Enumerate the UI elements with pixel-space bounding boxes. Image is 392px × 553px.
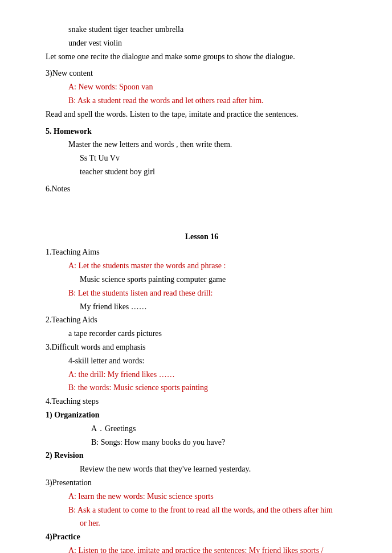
section6-label: 6.Notes: [46, 182, 358, 196]
item4-rev-text: Review the new words that they've learne…: [46, 462, 358, 476]
item4-pres-a: A: learn the new words: Music science sp…: [46, 490, 358, 503]
page-content: snake student tiger teacher umbrella und…: [46, 23, 358, 553]
item2-text: a tape recorder cards pictures: [46, 327, 358, 341]
item4-org: 1) Organization: [46, 408, 358, 422]
item1-b: B: Let the students listen and read thes…: [46, 286, 358, 300]
word-list-line2: under vest violin: [46, 36, 358, 50]
item1-b2: My friend likes ……: [46, 300, 358, 314]
section3-c: Read and spell the words. Listen to the …: [46, 108, 358, 121]
spacer: [46, 202, 358, 230]
item4: 4.Teaching steps: [46, 395, 358, 408]
item4-pres-b: B: Ask a student to come to the front to…: [46, 503, 358, 517]
item4-prac-a: A: Listen to the tape, imitate and pract…: [46, 544, 358, 553]
item1-a2: Music science sports painting computer g…: [46, 273, 358, 286]
dialogue-instruction: Let some one recite the dialogue and mak…: [46, 50, 358, 64]
item1-a: A: Let the students master the words and…: [46, 259, 358, 273]
lesson16-section: Lesson 16 1.Teaching Aims A: Let the stu…: [46, 230, 358, 553]
lesson-title: Lesson 16: [46, 230, 358, 244]
item4-pres: 3)Presentation: [46, 476, 358, 490]
section3-a: A: New words: Spoon van: [46, 80, 358, 94]
item4-rev: 2) Revision: [46, 449, 358, 462]
top-section: snake student tiger teacher umbrella und…: [46, 23, 358, 196]
section5-text: Master the new letters and words , then …: [46, 138, 358, 151]
item2: 2.Teaching Aids: [46, 313, 358, 327]
section3-b: B: Ask a student read the words and let …: [46, 94, 358, 108]
item4-org-a: A．Greetings: [46, 422, 358, 436]
word-list-line1: snake student tiger teacher umbrella: [46, 23, 358, 36]
section5-line1: Ss Tt Uu Vv: [46, 151, 358, 165]
section3-label: 3)New content: [46, 67, 358, 80]
item4-prac: 4)Practice: [46, 530, 358, 544]
item1: 1.Teaching Aims: [46, 245, 358, 259]
item3-b: B: the words: Music science sports paint…: [46, 381, 358, 395]
item3: 3.Difficult words and emphasis: [46, 341, 358, 354]
item4-pres-b2: or her.: [46, 517, 358, 530]
item3-text: 4-skill letter and words:: [46, 354, 358, 368]
item4-org-b: B: Songs: How many books do you have?: [46, 436, 358, 449]
item3-a: A: the drill: My friend likes ……: [46, 368, 358, 382]
section5-line2: teacher student boy girl: [46, 165, 358, 179]
section5-label: 5. Homework: [46, 125, 358, 138]
